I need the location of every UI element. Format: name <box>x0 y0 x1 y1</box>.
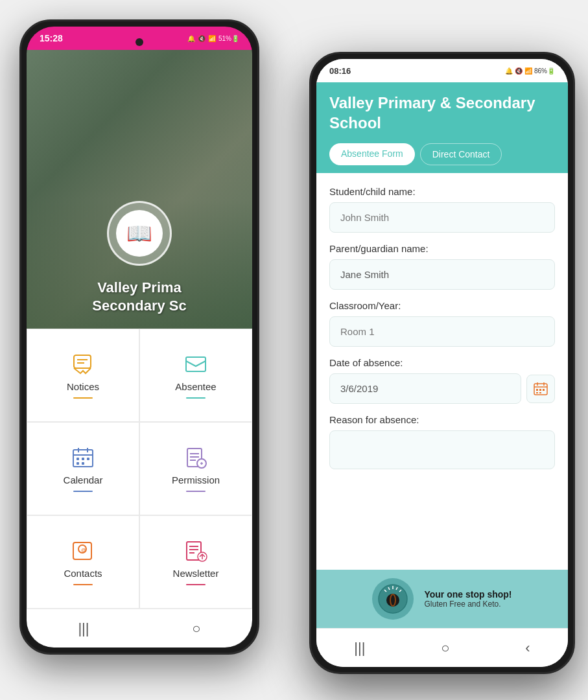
student-name-input[interactable] <box>329 202 555 233</box>
ad-title: Your one stop shop! <box>424 589 512 600</box>
svg-text:@: @ <box>81 547 86 553</box>
phone2-status-bar: 08:16 🔔 🔇 📶 86%🔋 <box>316 59 568 82</box>
phone2-nav-home[interactable]: ○ <box>441 640 449 657</box>
student-name-label: Student/child name: <box>329 186 555 197</box>
phone2-form: Student/child name: Parent/guardian name… <box>316 173 568 589</box>
svg-rect-33 <box>539 389 541 391</box>
ad-subtitle: Gluten Free and Keto. <box>424 600 512 609</box>
phone1-camera <box>135 38 143 46</box>
hero-book-icon: 📖 <box>126 221 152 246</box>
svg-rect-3 <box>186 357 206 371</box>
svg-rect-11 <box>76 462 79 465</box>
newsletter-icon <box>184 539 207 563</box>
reason-input[interactable] <box>329 430 555 469</box>
phone1-bottom-nav: ||| ○ <box>27 609 252 648</box>
svg-rect-10 <box>87 458 89 460</box>
menu-item-permissions[interactable]: Permission <box>139 422 252 515</box>
date-absence-row <box>329 373 555 404</box>
phone1-hero: 📖 Valley PrimaSecondary Sc <box>27 50 252 329</box>
phone1-time: 15:28 <box>40 33 63 43</box>
contacts-label: Contacts <box>64 568 102 579</box>
notices-label: Notices <box>67 381 99 392</box>
svg-rect-0 <box>74 355 91 368</box>
permissions-label: Permission <box>172 474 220 485</box>
contacts-underline <box>73 584 93 585</box>
svg-rect-8 <box>76 458 79 460</box>
date-absence-input[interactable] <box>329 373 521 404</box>
phone2-signal-icon: 📶 <box>524 67 532 75</box>
phone2-battery-icon: 86%🔋 <box>534 67 555 75</box>
phone1-mute-icon: 🔇 <box>198 35 206 42</box>
classroom-input[interactable] <box>329 316 555 347</box>
ad-logo <box>372 578 414 620</box>
contacts-icon: @ <box>71 539 95 563</box>
menu-item-newsletter[interactable]: Newsletter <box>139 515 252 609</box>
phone2-alarm-icon: 🔔 <box>505 67 513 75</box>
phone1-status-icons: 🔔 🔇 📶 51%🔋 <box>187 35 239 42</box>
calendar-icon <box>71 446 95 469</box>
phone2-mute-icon: 🔇 <box>515 67 523 75</box>
svg-rect-36 <box>539 392 541 393</box>
phone1-alarm-icon: 🔔 <box>187 35 195 42</box>
phone2-school-name: Valley Primary & Secondary School <box>329 93 555 133</box>
svg-rect-32 <box>536 389 538 391</box>
calendar-underline <box>73 491 93 492</box>
reason-label: Reason for absence: <box>329 414 555 425</box>
phone2-header: Valley Primary & Secondary School Absent… <box>316 82 568 173</box>
phone2-nav-back[interactable]: ‹ <box>525 640 530 657</box>
permissions-icon <box>184 446 207 469</box>
classroom-label: Classroom/Year: <box>329 300 555 311</box>
phone1-signal-icon: 📶 <box>208 35 216 42</box>
absentee-underline <box>186 397 206 399</box>
svg-rect-9 <box>82 458 84 460</box>
calendar-label: Calendar <box>64 474 103 485</box>
hero-logo-outer: 📖 <box>107 201 172 266</box>
notices-underline <box>73 397 93 399</box>
tab-direct-contact[interactable]: Direct Contact <box>420 143 502 165</box>
tabs-row: Absentee Form Direct Contact <box>329 143 555 165</box>
tab-absentee-form[interactable]: Absentee Form <box>329 143 415 165</box>
parent-name-input[interactable] <box>329 259 555 290</box>
phone1-school-name: Valley PrimaSecondary Sc <box>92 279 187 316</box>
parent-name-label: Parent/guardian name: <box>329 243 555 254</box>
menu-item-absentee[interactable]: Absentee <box>139 329 252 422</box>
ad-text-block: Your one stop shop! Gluten Free and Keto… <box>424 589 512 609</box>
calendar-picker-button[interactable] <box>526 375 555 403</box>
absentee-icon <box>184 353 207 376</box>
phone1-nav-back[interactable]: ||| <box>78 620 89 637</box>
menu-item-notices[interactable]: Notices <box>27 329 139 422</box>
svg-rect-35 <box>536 392 538 393</box>
phone1-device: 15:28 🔔 🔇 📶 51%🔋 📖 <box>19 19 259 655</box>
scene: 15:28 🔔 🔇 📶 51%🔋 📖 <box>0 0 588 700</box>
svg-point-38 <box>386 594 399 607</box>
newsletter-label: Newsletter <box>173 568 219 579</box>
phone1-menu: Notices Absentee <box>27 329 252 609</box>
phone2-bottom-nav: ||| ○ ‹ <box>316 628 568 667</box>
phone2-nav-menu[interactable]: ||| <box>354 640 365 657</box>
phone2-time: 08:16 <box>329 66 351 76</box>
svg-rect-34 <box>543 389 545 391</box>
phone1-nav-home[interactable]: ○ <box>192 620 200 637</box>
svg-rect-12 <box>82 462 84 465</box>
permissions-underline <box>186 491 206 492</box>
absentee-label: Absentee <box>175 381 216 392</box>
phone2-status-icons: 🔔 🔇 📶 86%🔋 <box>505 67 555 75</box>
ad-logo-graphic <box>377 583 408 614</box>
hero-logo-inner: 📖 <box>116 210 163 257</box>
phone2-ad-banner: Your one stop shop! Gluten Free and Keto… <box>316 570 568 628</box>
menu-item-contacts[interactable]: @ Contacts <box>27 515 139 609</box>
phone2-device: 08:16 🔔 🔇 📶 86%🔋 Valley Primary & Second… <box>309 52 575 674</box>
phone1-battery-icon: 51%🔋 <box>218 35 239 42</box>
date-absence-label: Date of absence: <box>329 357 555 368</box>
notices-icon <box>71 353 95 376</box>
newsletter-underline <box>186 584 206 585</box>
menu-item-calendar[interactable]: Calendar <box>27 422 139 515</box>
calendar-picker-icon <box>534 382 548 396</box>
